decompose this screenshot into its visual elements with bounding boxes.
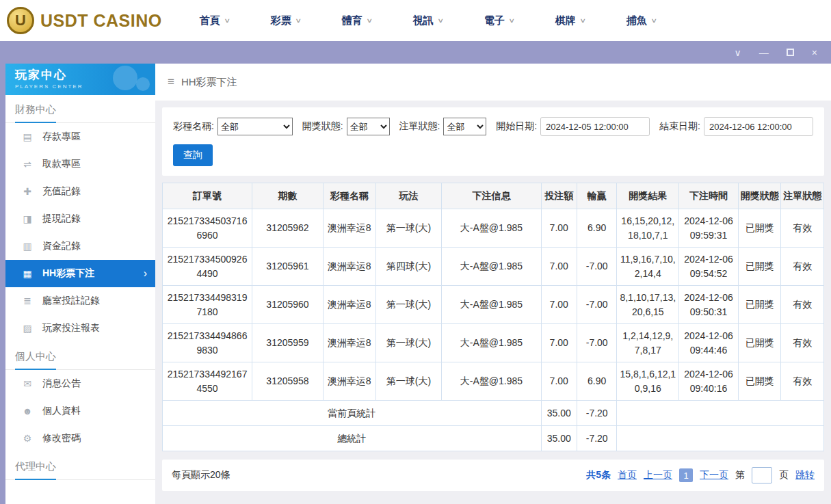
cell-order-status: 有效 (781, 324, 824, 362)
cell-bet-time: 2024-12-06 09:54:52 (679, 248, 739, 286)
nav-item-label: 棋牌 (555, 14, 576, 27)
end-date-label: 結束日期: (659, 120, 700, 133)
window-minimize-button[interactable]: — (759, 48, 769, 57)
sidebar-item-withdrawal-records[interactable]: ◨提現記錄 (5, 205, 155, 233)
page-number-input[interactable] (752, 467, 772, 483)
cell-issue: 31205958 (252, 362, 324, 401)
current-page[interactable]: 1 (679, 468, 693, 482)
breadcrumb-bar: ≡ HH彩票下注 (155, 64, 831, 101)
cell-win-loss: 6.90 (577, 209, 616, 248)
window-close-button[interactable]: × (812, 48, 817, 57)
chevron-down-icon: ∨ (579, 17, 586, 24)
chevron-down-icon: ∨ (437, 17, 444, 24)
logo: U USDT CASINO (7, 7, 162, 34)
query-button[interactable]: 查詢 (173, 144, 213, 166)
page-total-empty (617, 401, 824, 426)
nav-item-label: 捕魚 (626, 14, 647, 27)
prev-page-link[interactable]: 上一页 (644, 469, 672, 481)
sidebar-item-announcements[interactable]: ✉消息公告 (5, 370, 155, 397)
nav-item-sports[interactable]: 體育∨ (342, 14, 413, 27)
cell-draw-status: 已開獎 (738, 286, 781, 324)
sidebar-item-label: 提現記錄 (42, 213, 81, 225)
sidebar-item-label: 存款專區 (42, 131, 81, 143)
cell-bet-amount: 7.00 (541, 362, 577, 401)
bell-icon: ✉ (22, 378, 33, 389)
nav-item-fishing[interactable]: 捕魚∨ (626, 14, 698, 27)
logo-text: USDT CASINO (40, 11, 162, 31)
start-date-input[interactable] (540, 117, 650, 136)
nav-item-label: 首頁 (200, 14, 220, 27)
funds-icon: ▥ (22, 241, 33, 252)
user-icon: ☻ (22, 406, 33, 416)
sidebar-section-agent-center: 代理中心 (5, 452, 155, 480)
nav-item-label: 體育 (342, 14, 362, 27)
cell-bet-info: 大-A盤@1.985 (442, 362, 541, 401)
next-page-link[interactable]: 下一页 (700, 469, 728, 481)
end-date-input[interactable] (704, 117, 813, 136)
cell-play: 第一球(大) (375, 286, 442, 324)
cell-win-loss: -7.00 (577, 248, 616, 286)
chevron-down-icon: ∨ (224, 17, 230, 24)
cell-draw-status: 已開獎 (738, 362, 781, 401)
page-total-bet-amount: 35.00 (541, 401, 577, 426)
cell-win-loss: 6.90 (577, 362, 616, 401)
cell-draw-result: 15,8,1,6,12,10,9,16 (617, 362, 679, 401)
cell-issue: 31205960 (252, 286, 324, 324)
cell-bet-amount: 7.00 (541, 286, 577, 324)
lottery-select[interactable]: 全部 (217, 118, 293, 135)
sidebar-item-recharge-records[interactable]: ✚充值記錄 (5, 178, 155, 205)
nav-item-live-video[interactable]: 視訊∨ (413, 14, 484, 27)
sidebar-item-player-bet-report[interactable]: ▨玩家投注報表 (5, 315, 155, 342)
cell-draw-result: 8,1,10,17,13,20,6,15 (617, 286, 679, 324)
first-page-link[interactable]: 首页 (618, 469, 637, 481)
cell-play: 第一球(大) (375, 209, 442, 248)
nav-item-home[interactable]: 首頁∨ (200, 14, 271, 27)
grand-total-bet-amount: 35.00 (541, 426, 577, 451)
section-label: 個人中心 (15, 350, 56, 370)
section-header-agent-center: 代理中心 (5, 452, 155, 480)
per-page-label: 每頁顯示20條 (172, 469, 230, 481)
table-row: 215217334492167455031205958澳洲幸运8第一球(大)大-… (163, 362, 824, 401)
sidebar-header: 玩家中心 PLAYERS CENTER (5, 64, 155, 95)
cell-lottery-name: 澳洲幸运8 (323, 362, 375, 401)
window-collapse-icon[interactable]: ∨ (735, 48, 741, 57)
chevron-down-icon: ∨ (295, 17, 302, 24)
lottery-filter-label: 彩種名稱: (173, 120, 214, 133)
nav-item-chess-cards[interactable]: 棋牌∨ (555, 14, 626, 27)
cell-win-loss: -7.00 (577, 324, 616, 362)
cell-draw-result: 1,2,14,12,9,7,8,17 (617, 324, 679, 362)
cell-issue: 31205962 (252, 209, 324, 248)
draw-status-select[interactable]: 全部 (347, 118, 390, 135)
sidebar-item-label: 玩家投注報表 (42, 322, 100, 334)
cell-lottery-name: 澳洲幸运8 (323, 209, 375, 248)
total-count: 共5条 (586, 469, 611, 481)
sidebar-item-change-password[interactable]: ⚙修改密碼 (5, 425, 155, 452)
window-maximize-button[interactable] (787, 49, 794, 56)
sidebar: 玩家中心 PLAYERS CENTER 財務中心▤存款專區⇌取款專區✚充值記錄◨… (5, 64, 155, 504)
table-body: 215217334503716696031205962澳洲幸运8第一球(大)大-… (163, 209, 824, 451)
column-header-play: 玩法 (375, 183, 442, 209)
menu-icon[interactable]: ≡ (168, 75, 174, 89)
cell-bet-info: 大-A盤@1.985 (442, 209, 541, 248)
order-status-select[interactable]: 全部 (443, 118, 486, 135)
sidebar-item-profile[interactable]: ☻個人資料 (5, 397, 155, 425)
order-status-filter-label: 注單狀態: (399, 120, 440, 133)
nav-item-slots[interactable]: 電子∨ (484, 14, 555, 27)
sidebar-item-withdraw-area[interactable]: ⇌取款專區 (5, 150, 155, 178)
nav-item-label: 視訊 (413, 14, 434, 27)
column-header-bet-info: 下注信息 (442, 183, 541, 209)
sidebar-item-hall-bet-records[interactable]: ≣廳室投註記錄 (5, 287, 155, 315)
section-header-finance-center: 財務中心 (5, 95, 155, 123)
hall-records-icon: ≣ (22, 295, 33, 306)
chevron-down-icon: ∨ (508, 17, 515, 24)
sidebar-item-funds-records[interactable]: ▥資金記錄 (5, 233, 155, 260)
sidebar-item-hh-lottery-bets[interactable]: ▦HH彩票下注› (5, 260, 155, 287)
window-titlebar: ∨ — × (0, 41, 831, 64)
nav-item-lottery[interactable]: 彩票∨ (271, 14, 342, 27)
jump-link[interactable]: 跳转 (795, 469, 815, 481)
cell-order-no: 2152173345009264490 (163, 248, 252, 286)
page-total-label: 當前頁統計 (163, 401, 542, 426)
sidebar-item-deposit-area[interactable]: ▤存款專區 (5, 123, 155, 150)
grand-total-win-loss: -7.20 (577, 426, 616, 451)
recharge-icon: ✚ (22, 186, 33, 197)
